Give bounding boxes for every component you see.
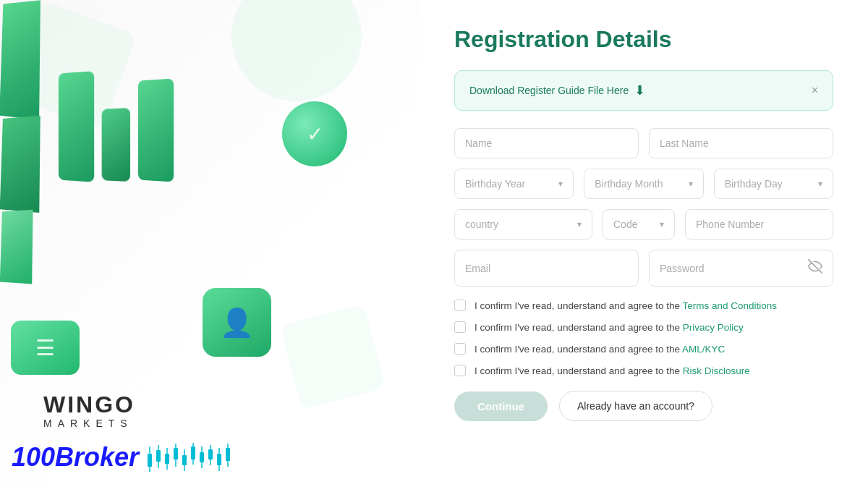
m-left-bar [59, 71, 94, 182]
download-link[interactable]: Download Register Guide File Here ⬇ [469, 82, 645, 98]
country-label: country [465, 219, 577, 230]
left-icon-card: ☰ [11, 321, 80, 375]
right-panel: Registration Details Download Register G… [420, 0, 868, 487]
checkbox-1[interactable] [454, 300, 466, 311]
m-right-bar [138, 78, 174, 182]
coin-checkmark: ✓ [307, 122, 323, 146]
checkbox-group: I confirm I've read, understand and agre… [454, 300, 833, 376]
broker-badge: 100Broker [12, 439, 233, 475]
banner-close-button[interactable]: × [812, 85, 818, 96]
svg-rect-3 [156, 450, 161, 462]
svg-rect-5 [165, 454, 169, 464]
checkbox-label-1: I confirm I've read, understand and agre… [475, 300, 777, 311]
svg-rect-11 [191, 446, 195, 460]
code-label: Code [613, 219, 660, 230]
code-chevron: ▾ [660, 219, 664, 229]
birthday-month-label: Birthday Month [595, 178, 688, 190]
birthday-day-label: Birthday Day [725, 178, 818, 190]
logo-name: WINGO [43, 393, 135, 416]
bar-shape-2 [0, 116, 41, 213]
country-chevron: ▾ [577, 219, 582, 229]
checkbox-row-3: I confirm I've read, understand and agre… [454, 343, 833, 355]
left-card-icon: ☰ [35, 335, 55, 360]
candlestick-chart [146, 439, 233, 475]
bar-shape-1 [0, 0, 41, 119]
country-phone-row: country ▾ Code ▾ [454, 209, 833, 240]
name-row [454, 128, 833, 158]
svg-rect-17 [217, 454, 221, 465]
watermark-rect2 [280, 304, 386, 410]
svg-rect-1 [148, 454, 152, 467]
lastname-input[interactable] [649, 128, 833, 158]
checkbox-label-4: I confirm I've read, understand and agre… [475, 365, 750, 376]
risk-link[interactable]: Risk Disclosure [683, 365, 750, 376]
phone-input[interactable] [685, 209, 833, 240]
already-account-button[interactable]: Already have an account? [559, 391, 712, 421]
birthday-day-select[interactable]: Birthday Day ▾ [714, 169, 833, 199]
download-link-text: Download Register Guide File Here [469, 85, 629, 96]
logo-area: WINGO MARKETS [43, 393, 135, 429]
person-icon: 👤 [220, 307, 254, 339]
checkbox-row-1: I confirm I've read, understand and agre… [454, 300, 833, 311]
left-panel: ✓ 👤 ☰ WINGO MARKETS 100Broker [0, 0, 420, 487]
svg-rect-7 [174, 448, 178, 460]
continue-button[interactable]: Continue [454, 391, 548, 421]
watermark-circle [231, 0, 362, 101]
name-input[interactable] [454, 128, 639, 158]
checkbox-row-2: I confirm I've read, understand and agre… [454, 321, 833, 333]
email-password-row [454, 250, 833, 287]
form-actions: Continue Already have an account? [454, 391, 833, 421]
download-banner[interactable]: Download Register Guide File Here ⬇ × [454, 70, 833, 111]
password-input[interactable] [660, 263, 808, 274]
m-middle-bar [102, 108, 130, 182]
broker-text: 100Broker [12, 442, 139, 473]
coin-shape: ✓ [282, 101, 347, 166]
birthday-year-label: Birthday Year [465, 178, 558, 190]
page-title: Registration Details [454, 26, 833, 53]
birthday-row: Birthday Year ▾ Birthday Month ▾ Birthda… [454, 169, 833, 199]
svg-rect-15 [208, 449, 213, 460]
country-select[interactable]: country ▾ [454, 209, 592, 240]
person-card: 👤 [203, 288, 271, 357]
bar-shape-3 [0, 210, 33, 284]
checkbox-label-2: I confirm I've read, understand and agre… [475, 322, 744, 333]
birthday-year-chevron: ▾ [558, 179, 563, 189]
code-select[interactable]: Code ▾ [603, 209, 675, 240]
password-toggle-icon[interactable] [808, 259, 822, 277]
birthday-month-chevron: ▾ [689, 179, 693, 189]
birthday-month-select[interactable]: Birthday Month ▾ [584, 169, 703, 199]
checkbox-2[interactable] [454, 321, 466, 333]
privacy-link[interactable]: Privacy Policy [683, 322, 744, 333]
email-input[interactable] [454, 250, 639, 287]
svg-rect-19 [226, 448, 230, 461]
logo-subtitle: MARKETS [43, 418, 135, 429]
download-icon: ⬇ [634, 82, 645, 98]
birthday-year-select[interactable]: Birthday Year ▾ [454, 169, 574, 199]
terms-link[interactable]: Terms and Conditions [683, 300, 778, 311]
svg-rect-9 [182, 455, 187, 465]
checkbox-row-4: I confirm I've read, understand and agre… [454, 365, 833, 376]
svg-rect-13 [200, 452, 204, 462]
checkbox-4[interactable] [454, 365, 466, 376]
checkbox-label-3: I confirm I've read, understand and agre… [475, 344, 725, 355]
amlkyc-link[interactable]: AML/KYC [682, 344, 725, 355]
checkbox-3[interactable] [454, 343, 466, 355]
birthday-day-chevron: ▾ [818, 179, 822, 189]
password-wrapper [649, 250, 833, 287]
